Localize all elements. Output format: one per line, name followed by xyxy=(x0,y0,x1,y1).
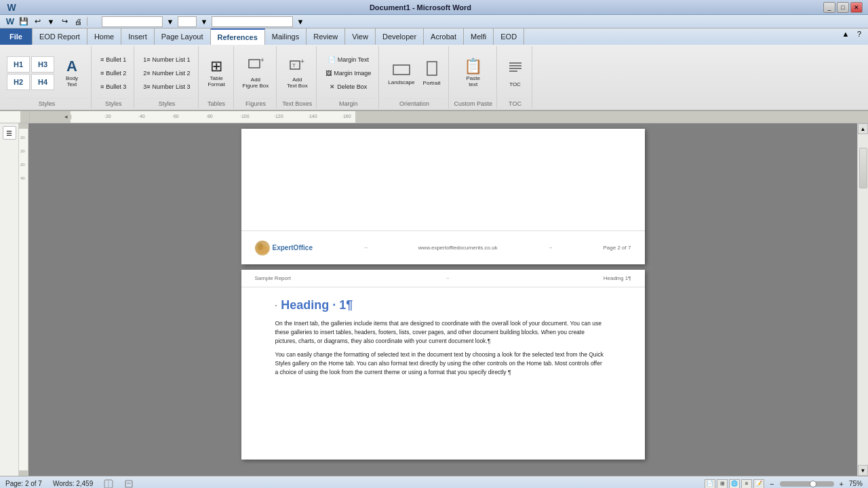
tab-melfi[interactable]: Melfi xyxy=(464,28,494,45)
add-figure-box-button[interactable]: + AddFigure Box xyxy=(239,54,273,92)
ruler-mark-8: ·160 xyxy=(342,114,351,119)
heading-buttons: H1 H3 H2 H4 xyxy=(7,56,54,90)
undo-button[interactable]: ↩ xyxy=(31,16,43,27)
view-fullscreen-button[interactable]: ⊞ xyxy=(717,479,728,489)
nav-panel-button[interactable]: ☰ xyxy=(3,126,16,140)
tab-developer[interactable]: Developer xyxy=(376,28,424,45)
paste-text-button[interactable]: 📋 Pastetext xyxy=(460,54,486,92)
help-button[interactable]: ? xyxy=(853,28,865,39)
h4-button[interactable]: H4 xyxy=(31,74,54,90)
svg-point-12 xyxy=(258,243,263,250)
vruler-margin-top xyxy=(19,123,28,129)
margin-image-button[interactable]: 🖼 Margin Image xyxy=(322,67,374,79)
tab-page-layout[interactable]: Page Layout xyxy=(155,28,211,45)
bullet2-button[interactable]: ≡ Bullet 2 xyxy=(97,67,130,79)
landscape-button[interactable]: Landscape xyxy=(384,54,418,92)
bullet2-label: Bullet 2 xyxy=(106,70,126,77)
font-dropdown-icon[interactable]: ▼ xyxy=(164,16,176,27)
table-format-button[interactable]: ⊞ TableFormat xyxy=(204,54,229,92)
group-custom-paste: 📋 Pastetext Custom Paste xyxy=(450,46,498,108)
page-indicator: Page: 2 of 7 xyxy=(5,480,42,487)
numlist2-button[interactable]: 2≡ Number List 2 xyxy=(140,67,193,79)
svg-rect-15 xyxy=(125,481,132,487)
view-print-button[interactable]: 📄 xyxy=(705,479,715,489)
ribbon-collapse-button[interactable]: ▲ xyxy=(840,28,852,39)
font-family-selector[interactable]: Arial (Body) xyxy=(102,16,163,27)
redo-button[interactable]: ↪ xyxy=(58,16,71,27)
font-size-dropdown-icon[interactable]: ▼ xyxy=(198,16,210,27)
add-text-box-button[interactable]: T + AddText Box xyxy=(283,54,311,92)
portrait-button[interactable]: Portrait xyxy=(420,54,444,92)
margin-image-icon: 🖼 xyxy=(326,70,332,77)
margin-text-button[interactable]: 📄 Margin Text xyxy=(325,54,372,66)
group-tables: ⊞ TableFormat Tables xyxy=(200,46,234,108)
header-arrow: → xyxy=(444,275,450,281)
h1-button[interactable]: H1 xyxy=(7,56,30,73)
tab-eod-report[interactable]: EOD Report xyxy=(33,28,87,45)
delete-box-icon: ✕ xyxy=(330,83,335,90)
scroll-thumb[interactable] xyxy=(859,148,867,188)
status-bar: Page: 2 of 7 Words: 2,459 📄 ⊞ 🌐 ≡ 📝 − xyxy=(0,476,868,488)
doc-status-icon[interactable] xyxy=(124,479,134,489)
tab-references[interactable]: References xyxy=(211,28,265,45)
tab-mailings[interactable]: Mailings xyxy=(265,28,307,45)
tab-insert[interactable]: Insert xyxy=(121,28,155,45)
tab-home[interactable]: Home xyxy=(87,28,121,45)
bullet1-button[interactable]: ≡ Bullet 1 xyxy=(97,54,130,66)
header-right-text: Heading 1¶ xyxy=(604,275,631,281)
toc-label: TOC xyxy=(509,81,521,87)
vertical-ruler: 20 20 20 40 xyxy=(19,123,28,476)
style-selector[interactable]: Letterhead Foo xyxy=(212,16,293,27)
table-icon: ⊞ xyxy=(210,59,222,74)
vruler-margin-bottom xyxy=(19,470,28,476)
zoom-out-button[interactable]: − xyxy=(770,480,774,488)
logo-circle xyxy=(255,241,270,256)
font-size-selector[interactable]: 9 xyxy=(178,16,197,27)
table-format-label: TableFormat xyxy=(208,75,224,87)
zoom-thumb[interactable] xyxy=(810,481,816,487)
view-outline-button[interactable]: ≡ xyxy=(741,479,752,489)
page-1: ExpertOffice → www.expertoffledocuments.… xyxy=(241,129,645,264)
bullet3-button[interactable]: ≡ Bullet 3 xyxy=(97,81,130,93)
view-web-button[interactable]: 🌐 xyxy=(729,479,740,489)
h2-button[interactable]: H2 xyxy=(7,74,30,90)
scroll-track[interactable] xyxy=(858,134,868,465)
word-icon: W xyxy=(5,2,18,13)
zoom-level[interactable]: 75% xyxy=(849,480,863,487)
view-draft-button[interactable]: 📝 xyxy=(753,479,764,489)
tab-review[interactable]: Review xyxy=(307,28,345,45)
footer-brand-name: ExpertOffice xyxy=(273,244,313,251)
minimize-button[interactable]: _ xyxy=(823,2,835,13)
bullets-content: ≡ Bullet 1 ≡ Bullet 2 ≡ Bullet 3 xyxy=(97,47,130,98)
group-figures: + AddFigure Box Figures xyxy=(235,46,277,108)
scroll-down-button[interactable]: ▼ xyxy=(858,465,868,476)
zoom-slider[interactable] xyxy=(780,481,834,487)
tab-eod[interactable]: EOD xyxy=(494,28,524,45)
text-boxes-group-label: Text Boxes xyxy=(282,98,312,107)
restore-button[interactable]: □ xyxy=(837,2,849,13)
tab-file[interactable]: File xyxy=(0,28,33,45)
svg-rect-0 xyxy=(249,60,260,68)
numlist3-button[interactable]: 3≡ Number List 3 xyxy=(140,81,193,93)
numlist1-button[interactable]: 1≡ Number List 1 xyxy=(140,54,193,66)
toc-button[interactable]: TOC xyxy=(503,54,528,92)
delete-box-button[interactable]: ✕ Delete Box xyxy=(326,81,370,93)
save-button[interactable]: 💾 xyxy=(18,16,30,27)
document-area[interactable]: ExpertOffice → www.expertoffledocuments.… xyxy=(28,123,857,476)
print-preview-button[interactable]: 🖨 xyxy=(72,16,84,27)
footer-logo-text-area: ExpertOffice xyxy=(273,244,313,251)
h3-button[interactable]: H3 xyxy=(31,56,54,73)
close-button[interactable]: ✕ xyxy=(850,2,863,13)
add-figure-box-label: AddFigure Box xyxy=(243,77,269,89)
style-dropdown-icon[interactable]: ▼ xyxy=(294,16,307,27)
zoom-in-button[interactable]: + xyxy=(840,480,844,488)
title-bar-controls: _ □ ✕ xyxy=(823,2,863,13)
tab-acrobat[interactable]: Acrobat xyxy=(424,28,464,45)
footer-arrow-left: → xyxy=(363,245,368,251)
custom-paste-content: 📋 Pastetext xyxy=(460,47,486,98)
scroll-up-button[interactable]: ▲ xyxy=(858,123,868,134)
body-text-button[interactable]: A BodyText xyxy=(57,54,87,92)
tab-view[interactable]: View xyxy=(345,28,376,45)
bullet3-icon: ≡ xyxy=(100,83,104,90)
footer-url: www.expertoffledocuments.co.uk xyxy=(418,245,498,251)
